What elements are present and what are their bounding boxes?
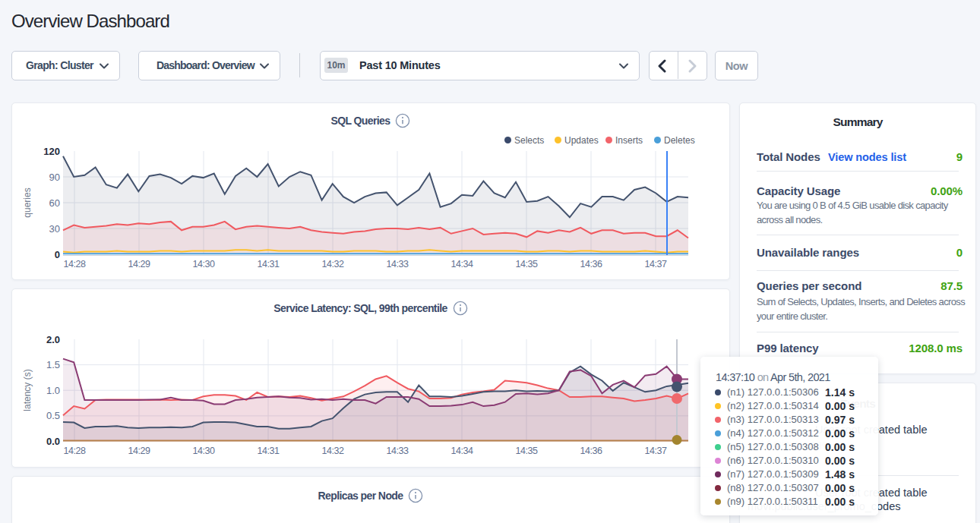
svg-text:14:36: 14:36 — [580, 446, 602, 456]
svg-text:14:28: 14:28 — [64, 446, 86, 456]
svg-text:14:30: 14:30 — [193, 259, 215, 269]
svg-text:14:35: 14:35 — [516, 259, 538, 269]
svg-text:1.0: 1.0 — [46, 385, 60, 396]
svg-text:14:37: 14:37 — [645, 446, 667, 456]
svg-text:14:29: 14:29 — [128, 259, 150, 269]
svg-text:14:36: 14:36 — [580, 259, 602, 269]
svg-text:0.0: 0.0 — [46, 436, 60, 447]
svg-text:0: 0 — [55, 249, 60, 260]
svg-text:120: 120 — [43, 146, 60, 157]
svg-text:14:37: 14:37 — [645, 259, 667, 269]
svg-text:14:33: 14:33 — [387, 446, 409, 456]
svg-text:2.0: 2.0 — [46, 334, 60, 345]
svg-text:30: 30 — [49, 223, 60, 235]
svg-text:latency (s): latency (s) — [22, 369, 33, 411]
svg-text:14:35: 14:35 — [516, 446, 538, 456]
svg-text:60: 60 — [49, 197, 60, 209]
svg-text:queries: queries — [22, 187, 33, 217]
svg-text:90: 90 — [49, 172, 60, 183]
svg-text:14:34: 14:34 — [451, 259, 473, 269]
svg-text:14:32: 14:32 — [322, 446, 344, 456]
svg-text:14:34: 14:34 — [451, 446, 473, 456]
svg-text:0.5: 0.5 — [46, 410, 60, 421]
svg-text:14:32: 14:32 — [322, 259, 344, 269]
svg-text:14:31: 14:31 — [258, 446, 280, 456]
svg-text:14:31: 14:31 — [258, 259, 280, 269]
svg-text:14:28: 14:28 — [64, 259, 86, 269]
svg-text:14:33: 14:33 — [387, 259, 409, 269]
svg-text:14:30: 14:30 — [193, 446, 215, 456]
svg-text:14:29: 14:29 — [128, 446, 150, 456]
svg-text:1.5: 1.5 — [46, 359, 60, 370]
